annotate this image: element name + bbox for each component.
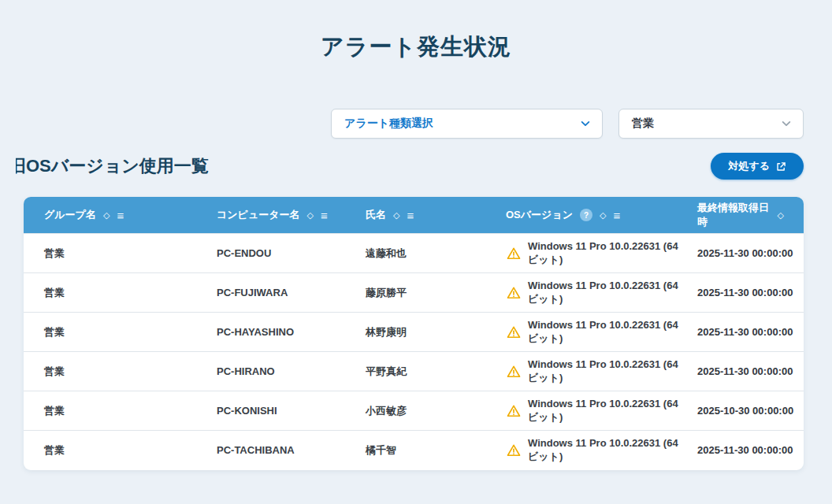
chevron-down-icon (580, 118, 591, 129)
os-version-text: Windows 11 Pro 10.0.22631 (64 ビット) (528, 319, 685, 346)
cell-group: 営業 (44, 404, 217, 418)
cell-os-version: Windows 11 Pro 10.0.22631 (64 ビット) (506, 398, 697, 424)
warning-icon (506, 403, 522, 419)
filter-menu-icon[interactable]: ≡ (117, 209, 124, 221)
os-version-text: Windows 11 Pro 10.0.22631 (64 ビット) (528, 240, 685, 267)
os-version-text: Windows 11 Pro 10.0.22631 (64 ビット) (528, 398, 685, 424)
cell-group: 営業 (44, 443, 217, 458)
cell-person: 橘千智 (366, 443, 506, 458)
section-heading: 旧OSバージョン使用一覧 (16, 154, 209, 178)
cell-person: 林野康明 (366, 325, 506, 339)
column-label: OSバージョン (506, 208, 573, 222)
group-select-value: 営業 (632, 117, 654, 131)
os-version-text: Windows 11 Pro 10.0.22631 (64 ビット) (528, 358, 685, 385)
cell-os-version: Windows 11 Pro 10.0.22631 (64 ビット) (506, 358, 697, 385)
cell-os-version: Windows 11 Pro 10.0.22631 (64 ビット) (506, 280, 697, 306)
cell-group: 営業 (44, 286, 217, 300)
alert-table: グループ名 ◇ ≡ コンピューター名 ◇ ≡ 氏名 ◇ ≡ OSバージョン ? … (24, 197, 804, 470)
column-header-computer: コンピューター名 ◇ ≡ (217, 208, 366, 222)
cell-computer: PC-FUJIWARA (217, 287, 366, 298)
group-select[interactable]: 営業 (618, 109, 804, 139)
column-label: グループ名 (44, 208, 96, 222)
alert-type-select-value: アラート種類選択 (344, 117, 433, 131)
table-row: 営業 PC-TACHIBANA 橘千智 Windows 11 Pro 10.0.… (24, 430, 804, 469)
cell-os-version: Windows 11 Pro 10.0.22631 (64 ビット) (506, 437, 697, 464)
column-label: コンピューター名 (217, 208, 300, 222)
table-row: 営業 PC-ENDOU 遠藤和也 Windows 11 Pro 10.0.226… (24, 233, 804, 272)
filter-menu-icon[interactable]: ≡ (613, 209, 620, 221)
table-row: 営業 PC-FUJIWARA 藤原勝平 Windows 11 Pro 10.0.… (24, 272, 804, 312)
table-header-row: グループ名 ◇ ≡ コンピューター名 ◇ ≡ 氏名 ◇ ≡ OSバージョン ? … (24, 197, 804, 233)
os-version-text: Windows 11 Pro 10.0.22631 (64 ビット) (528, 437, 685, 464)
chevron-down-icon (781, 118, 792, 129)
cell-os-version: Windows 11 Pro 10.0.22631 (64 ビット) (506, 319, 697, 346)
cell-last-updated: 2025-10-30 00:00:00 (697, 405, 813, 417)
sort-icon[interactable]: ◇ (393, 211, 399, 220)
handle-alert-button[interactable]: 対処する (711, 153, 804, 180)
cell-last-updated: 2025-11-30 00:00:00 (697, 326, 812, 338)
cell-group: 営業 (44, 365, 217, 379)
cell-person: 平野真紀 (366, 365, 506, 379)
filter-controls: アラート種類選択 営業 (331, 109, 804, 139)
cell-last-updated: 2025-11-30 00:00:00 (697, 287, 812, 298)
table-row: 営業 PC-HAYASHINO 林野康明 Windows 11 Pro 10.0… (24, 312, 804, 351)
cell-computer: PC-KONISHI (217, 405, 366, 417)
cell-person: 藤原勝平 (366, 286, 506, 300)
warning-icon (506, 246, 522, 261)
cell-computer: PC-HIRANO (217, 365, 366, 377)
column-label: 氏名 (366, 208, 386, 222)
help-icon[interactable]: ? (580, 209, 592, 221)
section-heading-wrap: 旧OSバージョン使用一覧 (16, 154, 209, 178)
cell-person: 遠藤和也 (366, 246, 506, 261)
cell-group: 営業 (44, 246, 217, 261)
cell-group: 営業 (44, 325, 217, 339)
cell-os-version: Windows 11 Pro 10.0.22631 (64 ビット) (506, 240, 697, 267)
cell-person: 小西敏彦 (366, 404, 506, 418)
table-row: 営業 PC-HIRANO 平野真紀 Windows 11 Pro 10.0.22… (24, 351, 804, 391)
alert-type-select[interactable]: アラート種類選択 (331, 109, 603, 139)
column-header-person: 氏名 ◇ ≡ (366, 208, 506, 222)
filter-menu-icon[interactable]: ≡ (407, 209, 414, 221)
page-title: アラート発生状況 (0, 32, 832, 63)
warning-icon (506, 285, 522, 301)
sort-icon[interactable]: ◇ (307, 211, 314, 220)
filter-menu-icon[interactable]: ≡ (321, 209, 328, 221)
column-header-group: グループ名 ◇ ≡ (44, 208, 217, 222)
cell-computer: PC-ENDOU (217, 247, 366, 259)
handle-alert-button-label: 対処する (728, 159, 770, 173)
sort-icon[interactable]: ◇ (778, 211, 784, 220)
warning-icon (506, 443, 522, 458)
cell-last-updated: 2025-11-30 00:00:00 (697, 365, 812, 377)
sort-icon[interactable]: ◇ (600, 211, 606, 220)
section-header-row: 旧OSバージョン使用一覧 対処する (0, 150, 804, 182)
column-header-os-version: OSバージョン ? ◇ ≡ (506, 208, 697, 222)
sort-icon[interactable]: ◇ (103, 211, 110, 220)
column-label: 最終情報取得日時 (697, 201, 771, 229)
table-row: 営業 PC-KONISHI 小西敏彦 Windows 11 Pro 10.0.2… (24, 391, 804, 430)
cell-computer: PC-TACHIBANA (217, 444, 366, 456)
cell-computer: PC-HAYASHINO (217, 326, 366, 338)
warning-icon (506, 324, 522, 340)
cell-last-updated: 2025-11-30 00:00:00 (697, 247, 812, 259)
os-version-text: Windows 11 Pro 10.0.22631 (64 ビット) (528, 280, 685, 306)
warning-icon (506, 364, 522, 380)
cell-last-updated: 2025-11-30 00:00:00 (697, 444, 812, 456)
column-header-last-updated: 最終情報取得日時 ◇ (697, 201, 804, 229)
external-link-icon (776, 161, 786, 172)
